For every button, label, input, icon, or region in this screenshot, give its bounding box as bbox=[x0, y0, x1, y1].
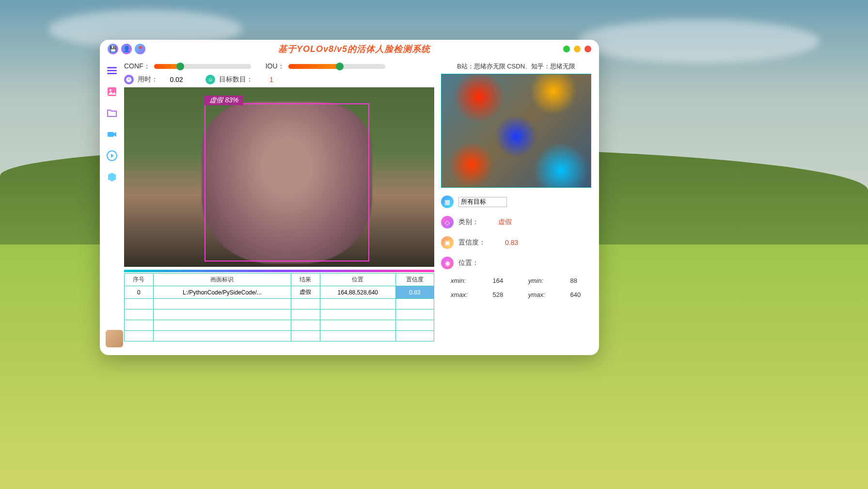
targets-value: 1 bbox=[257, 76, 286, 83]
class-panel-icon: ◇ bbox=[441, 216, 454, 228]
iou-slider[interactable] bbox=[288, 64, 385, 69]
ymin-value: 88 bbox=[570, 277, 591, 284]
targets-label: 目标数目： bbox=[219, 75, 253, 84]
titlebar: 💾 👤 📍 基于YOLOv8/v5的活体人脸检测系统 bbox=[100, 40, 599, 58]
save-icon[interactable]: 💾 bbox=[108, 44, 118, 54]
sidebar bbox=[100, 58, 124, 355]
th-result: 结果 bbox=[291, 274, 320, 286]
conf-slider[interactable] bbox=[154, 64, 251, 69]
class-value: 虚假 bbox=[498, 218, 512, 227]
window-controls bbox=[563, 46, 591, 52]
credit-text: B站：思绪亦无限 CSDN、知乎：思绪无限 bbox=[441, 62, 591, 71]
th-position: 位置 bbox=[320, 274, 395, 286]
camera-icon[interactable] bbox=[105, 127, 119, 142]
xmax-value: 528 bbox=[492, 291, 514, 298]
table-row bbox=[125, 320, 434, 331]
targets-panel-icon: ▦ bbox=[441, 196, 454, 208]
results-table: 序号 画面标识 结果 位置 置信度 0 L:/PythonCode/PySide… bbox=[124, 273, 434, 342]
ymax-value: 640 bbox=[570, 291, 591, 298]
folder-icon[interactable] bbox=[105, 106, 119, 120]
avatar[interactable] bbox=[106, 330, 123, 347]
maximize-button[interactable] bbox=[574, 46, 581, 52]
table-row bbox=[125, 310, 434, 320]
iou-label: IOU： bbox=[266, 62, 284, 71]
th-image: 画面标识 bbox=[153, 274, 291, 286]
time-label: 用时： bbox=[138, 75, 158, 84]
pos-panel-icon: ◉ bbox=[441, 257, 454, 269]
target-icon: ☺ bbox=[205, 75, 215, 84]
ymin-label: ymin: bbox=[528, 277, 555, 284]
image-source-icon[interactable] bbox=[105, 84, 119, 99]
bbox-label: 虚假 83% bbox=[205, 96, 243, 105]
app-window: 💾 👤 📍 基于YOLOv8/v5的活体人脸检测系统 bbox=[100, 40, 599, 355]
table-row bbox=[125, 331, 434, 342]
table-row[interactable]: 0 L:/PythonCode/PySideCode/... 虚假 164,88… bbox=[125, 286, 434, 299]
window-title: 基于YOLOv8/v5的活体人脸检测系统 bbox=[145, 43, 563, 55]
time-value: 0.02 bbox=[162, 76, 191, 83]
coords-grid: xmin: 164 ymin: 88 xmax: 528 ymax: 640 bbox=[451, 277, 591, 298]
th-confidence: 置信度 bbox=[395, 274, 434, 286]
th-index: 序号 bbox=[125, 274, 154, 286]
menu-icon[interactable] bbox=[105, 63, 119, 78]
xmin-label: xmin: bbox=[451, 277, 478, 284]
titlebar-tools: 💾 👤 📍 bbox=[108, 44, 145, 54]
divider bbox=[124, 270, 434, 272]
play-icon[interactable] bbox=[105, 148, 119, 163]
close-button[interactable] bbox=[584, 46, 591, 52]
conf-panel-value: 0.83 bbox=[505, 239, 518, 246]
pin-icon[interactable]: 📍 bbox=[135, 44, 145, 54]
conf-panel-icon: ▣ bbox=[441, 236, 454, 249]
conf-label: CONF： bbox=[124, 62, 150, 71]
pos-panel-label: 位置： bbox=[458, 259, 479, 267]
minimize-button[interactable] bbox=[563, 46, 570, 52]
xmin-value: 164 bbox=[492, 277, 514, 284]
cube-icon[interactable] bbox=[105, 170, 119, 184]
heatmap-image bbox=[441, 74, 591, 188]
bounding-box bbox=[205, 103, 369, 261]
table-row bbox=[125, 299, 434, 310]
ymax-label: ymax: bbox=[528, 291, 555, 298]
targets-input[interactable] bbox=[458, 197, 507, 207]
conf-panel-label: 置信度： bbox=[458, 238, 486, 247]
class-label: 类别： bbox=[458, 218, 479, 227]
svg-rect-2 bbox=[108, 132, 114, 137]
xmax-label: xmax: bbox=[451, 291, 478, 298]
user-icon[interactable]: 👤 bbox=[121, 44, 132, 54]
detection-image: 虚假 83% bbox=[124, 87, 434, 267]
clock-icon: 🕐 bbox=[124, 75, 134, 84]
svg-rect-0 bbox=[108, 87, 116, 96]
svg-point-1 bbox=[110, 89, 111, 91]
